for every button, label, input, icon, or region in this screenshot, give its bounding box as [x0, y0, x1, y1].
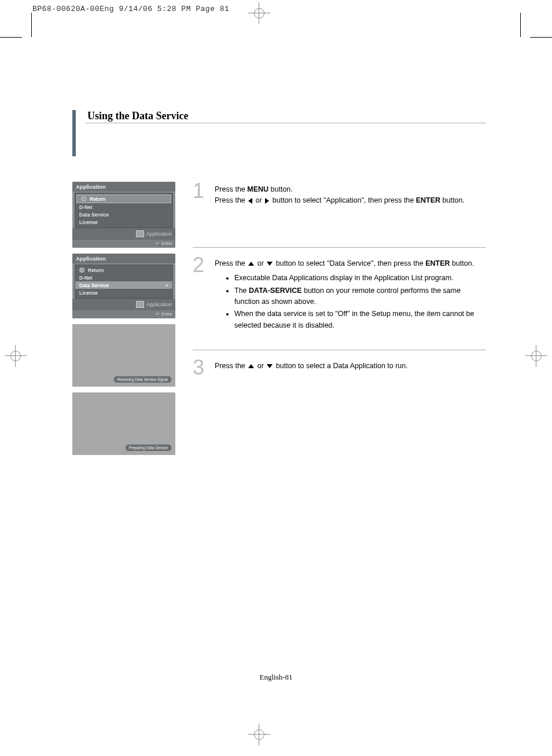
arrow-right-icon [265, 198, 269, 204]
crop-mark [0, 37, 22, 38]
section-title-block: Using the Data Service [72, 110, 486, 124]
osd-list: Return D-Net Data Service▸ License [75, 265, 173, 299]
osd-item: Data Service [75, 211, 172, 218]
print-header: BP68-00620A-00Eng 9/14/06 5:28 PM Page 8… [32, 5, 229, 13]
left-column: Application Return D-Net Data Service Li… [72, 182, 176, 461]
content-row: Application Return D-Net Data Service Li… [72, 182, 486, 461]
osd-item-label: Return [90, 196, 105, 202]
arrow-left-icon [248, 198, 252, 204]
enter-icon: ↵ [156, 311, 160, 317]
application-icon [136, 230, 144, 237]
text-bold: MENU [247, 185, 268, 193]
enter-icon: ↵ [156, 241, 160, 246]
text: or [255, 259, 266, 267]
step-number: 1 [193, 182, 209, 207]
osd-item: D-Net [75, 274, 172, 281]
list-item: When the data service is set to "Off" in… [234, 309, 486, 331]
osd-item-label: Data Service [79, 282, 109, 288]
text: or [253, 196, 264, 204]
text-bold: ENTER [425, 259, 450, 267]
text: Press the [215, 196, 247, 204]
osd-item-return: Return [76, 194, 171, 203]
text: or [255, 362, 266, 370]
osd-footer-label: Application [146, 302, 172, 307]
text: Press the [215, 185, 247, 193]
step-2: 2 Press the or button to select "Data Se… [193, 256, 486, 332]
step-body: Press the MENU button. Press the or butt… [215, 182, 465, 207]
title-underline [85, 123, 486, 123]
list-item: The DATA-SERVICE button on your remote c… [234, 285, 486, 308]
text-bold: ENTER [416, 196, 440, 204]
step-3: 3 Press the or button to select a Data A… [193, 358, 486, 377]
osd-item: License [75, 289, 172, 296]
text: button. [440, 196, 465, 204]
right-column: 1 Press the MENU button. Press the or bu… [193, 182, 486, 461]
step-1: 1 Press the MENU button. Press the or bu… [193, 182, 486, 207]
application-icon [136, 301, 144, 308]
text: button to select a Data Application to r… [274, 362, 407, 370]
step-body: Press the or button to select "Data Serv… [215, 256, 486, 332]
osd-enter-hint: ↵Enter [72, 240, 175, 248]
arrow-down-icon [267, 364, 273, 368]
list-item: Executable Data Applications display in … [234, 273, 486, 284]
text: button to select "Data Service", then pr… [274, 259, 425, 267]
step-body: Press the or button to select a Data App… [215, 358, 408, 377]
step-number: 3 [193, 358, 209, 377]
osd-title: Application [72, 254, 175, 263]
osd-item-selected: Data Service▸ [75, 281, 172, 289]
osd-title: Application [72, 182, 175, 192]
tv-screen-2: Preparing Data Service [72, 392, 175, 455]
osd-footer-label: Application [146, 231, 172, 237]
osd-item: License [75, 218, 172, 226]
divider [193, 350, 486, 350]
crop-mark [530, 37, 552, 38]
divider [193, 247, 486, 248]
osd-footer: Application [72, 228, 175, 240]
arrow-up-icon [248, 364, 254, 368]
page-content: Using the Data Service Application Retur… [72, 110, 486, 461]
page-footer: English-81 [0, 673, 552, 682]
osd-menu-2: Application Return D-Net Data Service▸ L… [72, 254, 175, 318]
status-banner: Receiving Data Service Signal [113, 376, 172, 383]
registration-mark-icon [252, 6, 267, 21]
crop-mark [520, 13, 521, 37]
return-icon [79, 267, 84, 273]
text: button to select "Application", then pre… [270, 196, 415, 204]
text: Press the [215, 259, 247, 267]
osd-enter-hint: ↵Enter [72, 310, 175, 318]
arrow-up-icon [248, 262, 254, 266]
crop-mark [31, 13, 32, 37]
osd-item-label: Return [88, 267, 104, 273]
osd-enter-label: Enter [161, 241, 172, 246]
osd-menu-1: Application Return D-Net Data Service Li… [72, 182, 175, 248]
registration-mark-icon [252, 727, 267, 742]
text-bold: DATA-SERVICE [249, 287, 302, 295]
title-accent [72, 110, 76, 156]
tv-screen-1: Receiving Data Service Signal [72, 324, 175, 387]
osd-item: D-Net [75, 203, 172, 211]
text: button. [268, 185, 293, 193]
page-title: Using the Data Service [87, 110, 188, 122]
osd-enter-label: Enter [161, 311, 172, 317]
osd-list: Return D-Net Data Service License [75, 193, 173, 228]
bullet-list: Executable Data Applications display in … [234, 273, 486, 331]
text: Press the [215, 362, 247, 370]
status-banner: Preparing Data Service [125, 444, 172, 452]
osd-footer: Application [72, 299, 175, 310]
registration-mark-icon [8, 348, 23, 364]
step-number: 2 [193, 256, 209, 332]
text: button. [450, 259, 474, 267]
osd-item-return: Return [75, 266, 172, 274]
text: The [234, 287, 249, 295]
return-icon [81, 196, 86, 201]
arrow-down-icon [267, 262, 273, 266]
chevron-right-icon: ▸ [166, 282, 168, 288]
registration-mark-icon [529, 348, 544, 364]
